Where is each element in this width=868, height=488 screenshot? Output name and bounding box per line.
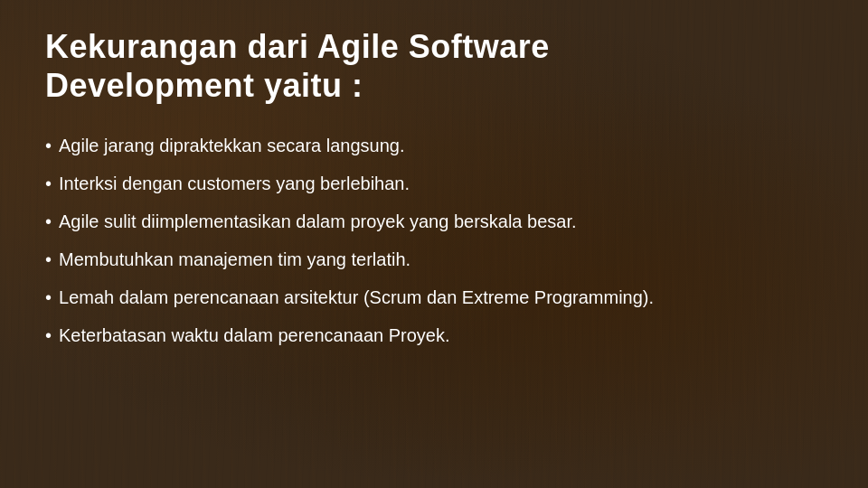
list-item: •Membutuhkan manajemen tim yang terlatih… [45, 246, 823, 273]
bullet-text: Membutuhkan manajemen tim yang terlatih. [59, 246, 823, 273]
bullet-text: Agile sulit diimplementasikan dalam proy… [59, 208, 823, 235]
bullet-icon: • [45, 208, 52, 235]
list-item: •Agile sulit diimplementasikan dalam pro… [45, 208, 823, 235]
list-item: •Keterbatasan waktu dalam perencanaan Pr… [45, 322, 823, 349]
bullet-text: Keterbatasan waktu dalam perencanaan Pro… [59, 322, 823, 349]
slide-content: Kekurangan dari Agile Software Developme… [45, 27, 823, 349]
bullet-text: Lemah dalam perencanaan arsitektur (Scru… [59, 284, 823, 311]
bullet-text: Agile jarang dipraktekkan secara langsun… [59, 132, 823, 159]
slide-background: Kekurangan dari Agile Software Developme… [0, 0, 868, 488]
list-item: •Lemah dalam perencanaan arsitektur (Scr… [45, 284, 823, 311]
bullet-text: Interksi dengan customers yang berlebiha… [59, 170, 823, 197]
bullet-icon: • [45, 132, 52, 159]
bullet-icon: • [45, 284, 52, 311]
bullet-list: •Agile jarang dipraktekkan secara langsu… [45, 132, 823, 349]
list-item: •Agile jarang dipraktekkan secara langsu… [45, 132, 823, 159]
title-line1: Kekurangan dari Agile Software [45, 27, 823, 66]
list-item: •Interksi dengan customers yang berlebih… [45, 170, 823, 197]
bullet-icon: • [45, 170, 52, 197]
title-line2: Development yaitu : [45, 66, 823, 105]
slide-title: Kekurangan dari Agile Software Developme… [45, 27, 823, 105]
bullet-icon: • [45, 322, 52, 349]
bullet-icon: • [45, 246, 52, 273]
